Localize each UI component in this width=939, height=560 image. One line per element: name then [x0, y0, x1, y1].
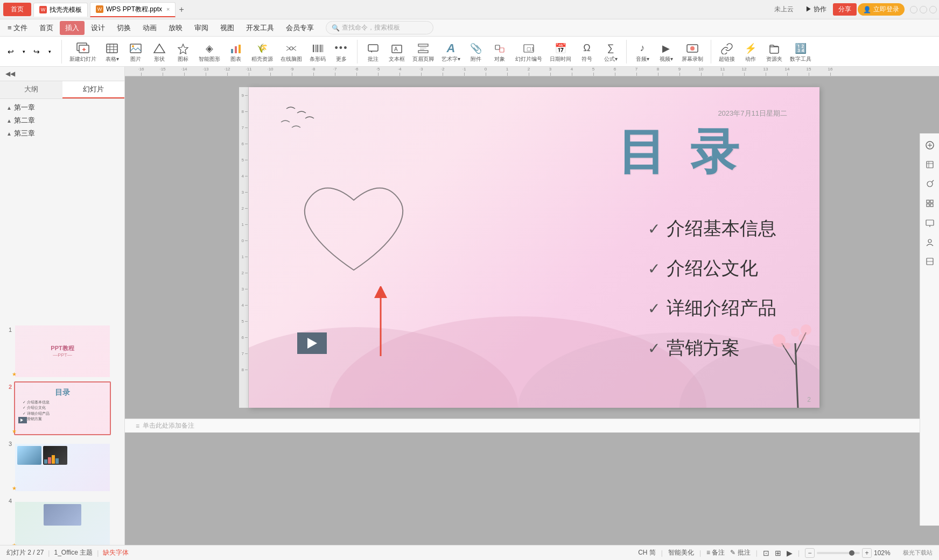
view-play-btn[interactable]: ▶: [787, 549, 793, 557]
right-panel-btn-5[interactable]: [922, 215, 937, 230]
toolbar-symbol[interactable]: Ω 符号: [577, 40, 597, 63]
slide-thumb-1[interactable]: 1 PPT教程 —PPT— ★: [2, 324, 122, 378]
view-normal-btn[interactable]: ⊡: [763, 549, 769, 557]
maximize-btn[interactable]: ❐: [920, 6, 927, 13]
thumb-img-4[interactable]: [14, 495, 111, 545]
sidebar-collapse-left[interactable]: ◀◀: [3, 69, 17, 79]
outline-chapter-3[interactable]: ▲ 第三章: [2, 127, 122, 140]
minimize-btn[interactable]: —: [910, 6, 917, 13]
toolbar-dako[interactable]: 🌾 稻壳资源: [249, 40, 275, 63]
zoom-out-btn[interactable]: −: [805, 548, 815, 558]
add-tab-btn[interactable]: +: [179, 5, 184, 15]
notes-btn[interactable]: ✎ 批注: [730, 548, 750, 557]
thumb-img-1[interactable]: PPT教程 —PPT—: [14, 324, 111, 378]
tab-outline[interactable]: 大纲: [0, 81, 62, 98]
canvas-area[interactable]: ·16 ·15 ·14 ·13 ·12 ·11 ·10 ·9 ·8 ·7 ·6 …: [125, 67, 939, 545]
zoom-level[interactable]: 102%: [874, 549, 893, 557]
toolbar-barcode[interactable]: 条形码: [307, 40, 328, 63]
toolbar-comment[interactable]: 批注: [363, 40, 383, 63]
toolbar-screenrecord[interactable]: 屏幕录制: [679, 40, 705, 63]
right-panel-btn-1[interactable]: [922, 138, 937, 153]
toolbar-video[interactable]: ▶ 视频▾: [656, 40, 676, 63]
toolbar-smart[interactable]: ◈ 智能图形: [197, 40, 222, 63]
slide-title[interactable]: 目 录: [618, 119, 744, 185]
right-panel-btn-2[interactable]: [922, 157, 937, 172]
menu-home[interactable]: 首页: [34, 21, 59, 35]
toolbar-formula[interactable]: ∑ 公式▾: [600, 40, 621, 63]
slide-canvas-wrap: 9 8 7 6 5 4 3 2 1 0 1 2 3 4 5 6 7 8: [234, 76, 830, 419]
redo-dropdown[interactable]: ▾: [43, 45, 56, 58]
note-placeholder[interactable]: 单击此处添加备注: [143, 421, 194, 430]
right-panel-btn-6[interactable]: [922, 235, 937, 250]
menu-transition[interactable]: 切换: [111, 21, 136, 35]
tab-壳壳模板[interactable]: W 找壳壳模板: [33, 3, 88, 17]
toolbar-audio[interactable]: ♪ 音频▾: [632, 40, 653, 63]
toolbar-mindmap[interactable]: 在线脑图: [278, 40, 304, 63]
toolbar-datetime[interactable]: 📅 日期时间: [548, 40, 573, 63]
menu-member[interactable]: 会员专享: [281, 21, 319, 35]
menu-slideshow[interactable]: 放映: [163, 21, 188, 35]
font-missing[interactable]: 缺失字体: [103, 548, 129, 557]
thumb-img-3[interactable]: [14, 438, 111, 492]
language-selector[interactable]: CH 简: [638, 548, 656, 557]
zoom-slider[interactable]: [817, 552, 860, 554]
tab-label-0: 找壳壳模板: [50, 5, 82, 15]
close-btn[interactable]: ×: [929, 6, 937, 13]
slide-canvas[interactable]: 2023年7月11日星期二 目 录: [249, 87, 819, 408]
right-panel-btn-4[interactable]: [922, 196, 937, 211]
svg-rect-62: [927, 200, 929, 203]
menu-developer[interactable]: 开发工具: [241, 21, 279, 35]
svg-rect-4: [107, 44, 117, 53]
tab-close-btn[interactable]: ×: [166, 6, 170, 12]
comments-btn[interactable]: ≡ 备注: [706, 548, 725, 557]
menu-design[interactable]: 设计: [86, 21, 110, 35]
outline-chapter-2[interactable]: ▲ 第二章: [2, 114, 122, 127]
toolbar-object[interactable]: 对象: [489, 40, 510, 63]
smart-beautify-btn[interactable]: 智能美化: [668, 548, 694, 557]
tab-pptx[interactable]: W WPS PPT教程.pptx ×: [90, 2, 176, 17]
outline-chapter-1[interactable]: ▲ 第一章: [2, 101, 122, 114]
right-panel-btn-3[interactable]: [922, 176, 937, 192]
toolbar-table[interactable]: 表格▾: [102, 40, 122, 63]
toolbar-action[interactable]: ⚡ 动作: [740, 40, 761, 63]
home-tab-btn[interactable]: 首页: [3, 3, 31, 16]
slide-thumb-2[interactable]: 2 目录 ✓ 介绍基本信息✓ 介绍公文化✓ 详细介绍产品✓ 营销方案: [2, 381, 122, 435]
toolbar-attachment[interactable]: 📎 附件: [466, 40, 486, 63]
toolbar-resource[interactable]: 资源夹: [764, 40, 784, 63]
toolbar-headerfooter[interactable]: 页眉页脚: [410, 40, 436, 63]
toolbar-digital[interactable]: 🔢 数字工具: [788, 40, 814, 63]
menu-insert[interactable]: 插入: [60, 21, 85, 35]
zoom-in-btn[interactable]: +: [862, 548, 872, 558]
undo-dropdown[interactable]: ▾: [17, 45, 30, 58]
slide-thumb-4[interactable]: 4 ★: [2, 495, 122, 545]
menu-animation[interactable]: 动画: [137, 21, 162, 35]
share-btn[interactable]: 分享: [833, 3, 857, 16]
menu-search[interactable]: 🔍 查找命令，搜索模板: [326, 21, 433, 34]
slide-thumb-3[interactable]: 3: [2, 438, 122, 492]
toolbar-image[interactable]: 图片: [125, 40, 146, 63]
login-btn[interactable]: 👤 立即登录: [858, 3, 905, 16]
toolbar-chart[interactable]: 图表: [226, 40, 246, 63]
toolbar-arttext[interactable]: A 艺术字▾: [439, 40, 463, 63]
menu-file[interactable]: ≡ 文件: [2, 21, 33, 35]
toolbar-new-slide[interactable]: 新建幻灯片: [67, 40, 99, 63]
view-grid-btn[interactable]: ⊞: [775, 549, 781, 557]
tab-slides[interactable]: 幻灯片: [62, 81, 125, 98]
collab-btn[interactable]: ▶ 协作: [800, 3, 832, 16]
status-sep-1: |: [48, 549, 50, 557]
thumb-img-2[interactable]: 目录 ✓ 介绍基本信息✓ 介绍公文化✓ 详细介绍产品✓ 营销方案: [14, 381, 111, 435]
toolbar-textbox[interactable]: A 文本框: [387, 40, 407, 63]
slide-item-text-2: 介绍公文化: [667, 256, 758, 281]
right-panel-btn-7[interactable]: [922, 254, 937, 269]
cloud-status[interactable]: 未上云: [769, 3, 799, 16]
toolbar-icon[interactable]: 图标: [173, 40, 193, 63]
toolbar-slidenumber[interactable]: ▢1 幻灯片编号: [513, 40, 544, 63]
toolbar-hyperlink[interactable]: 超链接: [717, 40, 737, 63]
undo-btn[interactable]: ↩: [4, 45, 17, 58]
slide-play-btn[interactable]: [297, 332, 327, 354]
redo-btn[interactable]: ↪: [30, 45, 43, 58]
toolbar-shape[interactable]: 形状: [149, 40, 170, 63]
menu-review[interactable]: 审阅: [189, 21, 214, 35]
toolbar-more[interactable]: ••• 更多: [331, 40, 352, 63]
menu-view[interactable]: 视图: [215, 21, 240, 35]
